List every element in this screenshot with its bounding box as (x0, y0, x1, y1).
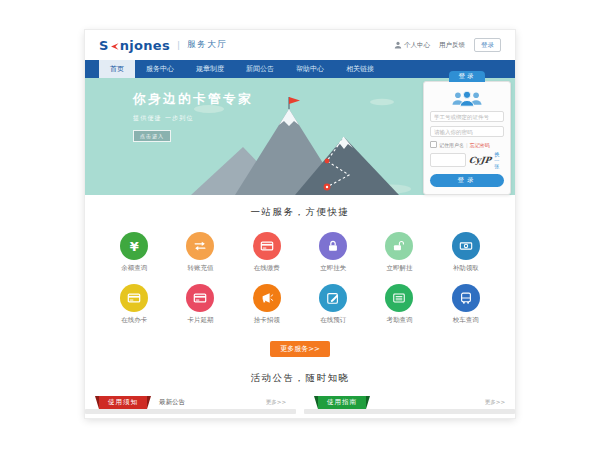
service-label: 立即挂失 (300, 264, 366, 273)
service-label: 校车查询 (433, 316, 499, 325)
service-item-1[interactable]: 转账充值 (167, 232, 233, 273)
notice-panel-bar (85, 409, 296, 414)
service-label: 补助领取 (433, 264, 499, 273)
logo-arrow-icon (110, 42, 120, 51)
nav-item-3[interactable]: 新闻公告 (235, 60, 285, 78)
service-item-9[interactable]: 在线预订 (300, 284, 366, 325)
notice-panel-head: 使用须知 最新公告 更多>> (85, 395, 296, 409)
service-label: 在线办卡 (101, 316, 167, 325)
latest-announcements-tab[interactable]: 最新公告 (159, 396, 185, 409)
notice-more-link[interactable]: 更多>> (266, 396, 286, 409)
nav-item-0[interactable]: 首页 (99, 60, 135, 78)
more-services-wrap: 更多服务>> (85, 336, 515, 357)
banknote-icon (459, 239, 473, 253)
remember-label: 记住用户名 (439, 142, 464, 148)
logo-text-rest: njones (120, 38, 170, 53)
users-group-icon (430, 88, 504, 108)
login-panel: 登录 记住用户名 | 忘记密码 CyJP 换一张 登录 (423, 81, 511, 195)
service-item-11[interactable]: 校车查询 (433, 284, 499, 325)
username-input[interactable] (430, 111, 504, 122)
login-submit-button[interactable]: 登录 (430, 174, 504, 187)
nav-item-4[interactable]: 帮助中心 (285, 60, 335, 78)
captcha-input[interactable] (430, 153, 466, 167)
forgot-password-link[interactable]: 忘记密码 (470, 142, 490, 148)
list-icon (392, 291, 406, 305)
credit-card-icon (260, 239, 274, 253)
nav-item-5[interactable]: 相关链接 (335, 60, 385, 78)
feedback-link[interactable]: 用户反馈 (439, 41, 465, 50)
hero-text: 你身边的卡管专家 提供便捷 一步到位 点击进入 (133, 91, 253, 142)
service-item-7[interactable]: 卡片延期 (167, 284, 233, 325)
service-label: 余额查询 (101, 264, 167, 273)
service-label: 卡片延期 (167, 316, 233, 325)
login-tab[interactable]: 登录 (449, 71, 485, 82)
service-item-2[interactable]: 在线缴费 (234, 232, 300, 273)
hero-cta-button[interactable]: 点击进入 (133, 130, 171, 142)
yen-icon: ¥ (130, 240, 139, 253)
service-label: 在线预订 (300, 316, 366, 325)
service-item-8[interactable]: 拾卡招领 (234, 284, 300, 325)
captcha-image[interactable]: CyJP (468, 155, 492, 165)
site-container: S njones | 服务大厅 个人中心 用户反馈 登录 首页服务中心规章制度新… (85, 30, 515, 418)
service-item-4[interactable]: 立即解挂 (366, 232, 432, 273)
header-login-button[interactable]: 登录 (474, 38, 501, 52)
captcha-row: CyJP 换一张 (430, 151, 504, 169)
bus-icon (459, 291, 473, 305)
announcements-title: 活动公告，随时知晓 (85, 372, 515, 385)
site-name: 服务大厅 (187, 39, 227, 51)
service-label: 转账充值 (167, 264, 233, 273)
header: S njones | 服务大厅 个人中心 用户反馈 登录 (85, 30, 515, 60)
personal-center-label: 个人中心 (404, 41, 430, 50)
guide-panel-head: 使用指南 更多>> (304, 395, 515, 409)
service-item-6[interactable]: 在线办卡 (101, 284, 167, 325)
service-label: 拾卡招领 (234, 316, 300, 325)
unlock-icon (392, 239, 406, 253)
nav-item-2[interactable]: 规章制度 (185, 60, 235, 78)
logo-text-s: S (99, 38, 109, 53)
remember-row: 记住用户名 | 忘记密码 (430, 141, 504, 148)
feedback-label: 用户反馈 (439, 41, 465, 50)
person-icon (394, 41, 402, 49)
services-grid: ¥余额查询转账充值在线缴费立即挂失立即解挂补助领取在线办卡卡片延期拾卡招领在线预… (85, 219, 515, 325)
service-item-5[interactable]: 补助领取 (433, 232, 499, 273)
services-title: 一站服务，方便快捷 (85, 206, 515, 219)
service-label: 在线缴费 (234, 264, 300, 273)
more-services-button[interactable]: 更多服务>> (270, 341, 330, 357)
guide-panel: 使用指南 更多>> (304, 395, 515, 414)
logo-divider: | (177, 40, 180, 50)
service-label: 考勤查询 (366, 316, 432, 325)
nav-item-1[interactable]: 服务中心 (135, 60, 185, 78)
personal-center-link[interactable]: 个人中心 (394, 41, 430, 50)
header-right: 个人中心 用户反馈 登录 (394, 38, 501, 52)
services-section: 一站服务，方便快捷 ¥余额查询转账充值在线缴费立即挂失立即解挂补助领取在线办卡卡… (85, 195, 515, 357)
remember-checkbox[interactable] (430, 141, 437, 148)
service-label: 立即解挂 (366, 264, 432, 273)
service-item-3[interactable]: 立即挂失 (300, 232, 366, 273)
megaphone-icon (260, 291, 274, 305)
announcements-section: 活动公告，随时知晓 使用须知 最新公告 更多>> 使用指南 更多>> (85, 372, 515, 414)
separator: | (466, 142, 468, 148)
user-guide-ribbon[interactable]: 使用指南 (318, 396, 366, 409)
service-item-10[interactable]: 考勤查询 (366, 284, 432, 325)
edit-icon (326, 291, 340, 305)
captcha-refresh-link[interactable]: 换一张 (494, 151, 504, 169)
guide-panel-bar (304, 409, 515, 414)
announcement-panels: 使用须知 最新公告 更多>> 使用指南 更多>> (85, 395, 515, 414)
guide-more-link[interactable]: 更多>> (485, 396, 505, 409)
hero-subtitle: 提供便捷 一步到位 (133, 114, 253, 123)
lock-icon (326, 239, 340, 253)
transfer-arrows-icon (193, 239, 207, 253)
credit-card-icon (127, 291, 141, 305)
logo[interactable]: S njones | 服务大厅 (99, 38, 227, 53)
password-input[interactable] (430, 126, 504, 137)
credit-card-icon (193, 291, 207, 305)
usage-notice-ribbon[interactable]: 使用须知 (99, 396, 147, 409)
service-item-0[interactable]: ¥余额查询 (101, 232, 167, 273)
hero-title: 你身边的卡管专家 (133, 91, 253, 108)
notice-panel: 使用须知 最新公告 更多>> (85, 395, 296, 414)
